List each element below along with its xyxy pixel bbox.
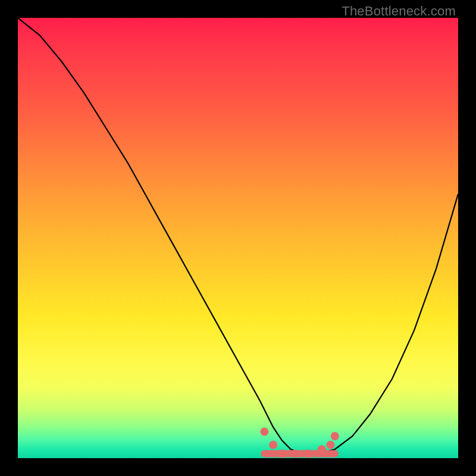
marker-dot bbox=[291, 450, 299, 458]
curve-svg bbox=[18, 18, 458, 458]
marker-dot bbox=[269, 441, 277, 449]
plot-area bbox=[18, 18, 458, 458]
bottleneck-curve bbox=[18, 18, 458, 454]
marker-dot bbox=[331, 432, 339, 440]
marker-dot bbox=[260, 428, 268, 436]
marker-dot bbox=[304, 450, 312, 458]
chart-frame: TheBottleneck.com bbox=[0, 0, 476, 476]
marker-dot bbox=[278, 450, 286, 458]
marker-dot bbox=[318, 445, 326, 453]
marker-dot bbox=[326, 441, 334, 449]
attribution-text: TheBottleneck.com bbox=[342, 4, 456, 19]
